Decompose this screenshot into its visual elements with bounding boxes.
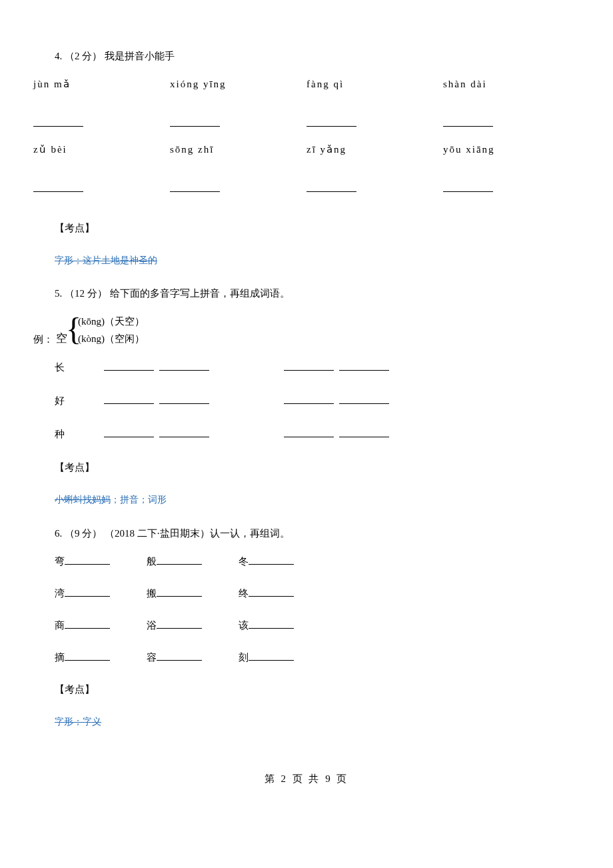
example-line2: (kòng)（空闲） (78, 331, 145, 348)
blank-cell (33, 115, 170, 131)
fill-blank[interactable] (157, 587, 202, 597)
blank-cell (306, 115, 443, 131)
pinyin-cell: fàng qì (306, 76, 443, 92)
pinyin-cell: zǔ bèi (33, 141, 170, 157)
fill-blank[interactable] (65, 555, 110, 565)
word-row: 湾 搬 终 (55, 585, 580, 601)
q5-poly-row: 种 (55, 426, 580, 442)
fill-blank[interactable] (159, 394, 209, 404)
fill-blank[interactable] (104, 394, 154, 404)
kaodian-strike: 小蝌蚪找妈妈 (55, 495, 111, 505)
word-char: 般 (147, 556, 157, 567)
q4-blank-row1 (33, 115, 580, 131)
blank-cell (306, 181, 443, 197)
q4-pinyin-row2: zǔ bèi sōng zhī zī yǎng yōu xiāng (33, 141, 580, 157)
fill-blank[interactable] (284, 427, 334, 437)
word-cell: 刻 (239, 649, 330, 665)
pinyin-cell: zī yǎng (306, 141, 443, 157)
word-cell: 弯 (55, 553, 147, 569)
fill-blank[interactable] (157, 619, 202, 629)
brace-icon: { (66, 312, 81, 347)
word-char: 摘 (55, 652, 65, 663)
word-char: 搬 (147, 588, 157, 599)
fill-blank[interactable] (33, 117, 83, 127)
example-line1: (kōng)（天空） (78, 313, 145, 331)
fill-blank[interactable] (339, 361, 389, 371)
q5-poly-row: 长 (55, 359, 580, 375)
q5-kaodian-content: 小蝌蚪找妈妈；拼音；词形 (55, 493, 580, 507)
word-char: 该 (239, 620, 249, 631)
word-cell: 该 (239, 617, 330, 633)
poly-blanks (284, 426, 417, 442)
poly-blanks (104, 359, 284, 375)
fill-blank[interactable] (249, 651, 294, 661)
word-cell: 般 (147, 553, 239, 569)
q4-kaodian-content: 字形；这片土地是神圣的 (55, 253, 580, 268)
fill-blank[interactable] (65, 651, 110, 661)
pinyin-cell: xióng yīng (170, 76, 306, 92)
word-cell: 商 (55, 617, 147, 633)
fill-blank[interactable] (284, 361, 334, 371)
fill-blank[interactable] (170, 117, 220, 127)
q5-kaodian-label: 【考点】 (55, 459, 580, 475)
q4-pinyin-block: jùn mǎ xióng yīng fàng qì shàn dài zǔ bè… (33, 76, 580, 207)
word-char: 刻 (239, 652, 249, 663)
poly-blanks (104, 393, 284, 409)
word-char: 冬 (239, 556, 249, 567)
blank-cell (170, 181, 306, 197)
word-char: 浴 (147, 620, 157, 631)
fill-blank[interactable] (159, 361, 209, 371)
poly-blanks (284, 359, 417, 375)
page-footer: 第 2 页 共 9 页 (33, 771, 580, 787)
fill-blank[interactable] (157, 651, 202, 661)
fill-blank[interactable] (306, 117, 356, 127)
q6-word-table: 弯 般 冬 湾 搬 终 商 浴 该 摘 容 刻 (55, 553, 580, 665)
fill-blank[interactable] (157, 555, 202, 565)
fill-blank[interactable] (33, 182, 83, 192)
blank-cell (443, 115, 580, 131)
kaodian-plain: ；拼音；词形 (111, 495, 167, 505)
word-cell: 湾 (55, 585, 147, 601)
fill-blank[interactable] (284, 394, 334, 404)
q4-pinyin-row1: jùn mǎ xióng yīng fàng qì shàn dài (33, 76, 580, 92)
fill-blank[interactable] (104, 361, 154, 371)
fill-blank[interactable] (249, 587, 294, 597)
q4-kaodian-label: 【考点】 (55, 220, 580, 236)
word-cell: 浴 (147, 617, 239, 633)
q6-kaodian-label: 【考点】 (55, 681, 580, 697)
fill-blank[interactable] (249, 619, 294, 629)
fill-blank[interactable] (339, 394, 389, 404)
word-row: 摘 容 刻 (55, 649, 580, 665)
pinyin-cell: jùn mǎ (33, 76, 170, 92)
example-label: 例： (33, 331, 53, 347)
fill-blank[interactable] (170, 182, 220, 192)
poly-blanks (104, 426, 284, 442)
blank-cell (33, 181, 170, 197)
fill-blank[interactable] (306, 182, 356, 192)
pinyin-cell: shàn dài (443, 76, 580, 92)
poly-char: 长 (55, 359, 104, 375)
word-char: 湾 (55, 588, 65, 599)
word-cell: 冬 (239, 553, 330, 569)
poly-blanks (284, 393, 417, 409)
fill-blank[interactable] (443, 182, 493, 192)
word-row: 商 浴 该 (55, 617, 580, 633)
fill-blank[interactable] (65, 587, 110, 597)
fill-blank[interactable] (159, 427, 209, 437)
poly-char: 种 (55, 426, 104, 442)
fill-blank[interactable] (249, 555, 294, 565)
pinyin-cell: sōng zhī (170, 141, 306, 157)
word-cell: 摘 (55, 649, 147, 665)
fill-blank[interactable] (104, 427, 154, 437)
brace-group: { (kōng)（天空） (kòng)（空闲） (66, 313, 145, 347)
fill-blank[interactable] (443, 117, 493, 127)
word-char: 商 (55, 620, 65, 631)
word-row: 弯 般 冬 (55, 553, 580, 569)
fill-blank[interactable] (339, 427, 389, 437)
fill-blank[interactable] (65, 619, 110, 629)
q4-header: 4. （2 分） 我是拼音小能手 (55, 48, 580, 64)
q5-header: 5. （12 分） 给下面的多音字写上拼音，再组成词语。 (55, 285, 580, 301)
pinyin-cell: yōu xiāng (443, 141, 580, 157)
word-char: 终 (239, 588, 249, 599)
word-char: 弯 (55, 556, 65, 567)
